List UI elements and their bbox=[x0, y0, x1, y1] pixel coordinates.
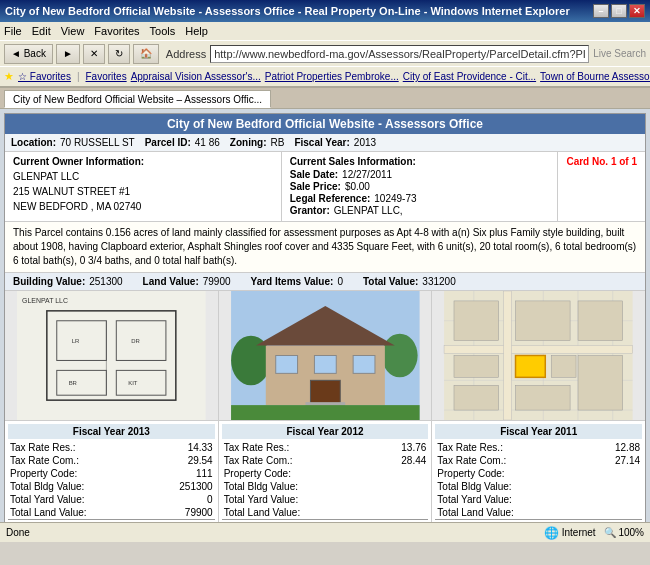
house-photo-cell bbox=[219, 291, 433, 420]
zoning-value: RB bbox=[271, 137, 285, 148]
total-value: 331200 bbox=[422, 276, 455, 287]
fiscal-year-value: 2013 bbox=[354, 137, 376, 148]
tax-2012-total-yard: Total Yard Value: bbox=[222, 493, 429, 506]
menu-file[interactable]: File bbox=[4, 25, 22, 37]
window-title: City of New Bedford Official Website - A… bbox=[5, 5, 570, 17]
main-content: City of New Bedford Official Website - A… bbox=[0, 109, 650, 522]
menu-bar: File Edit View Favorites Tools Help bbox=[0, 22, 650, 40]
description: This Parcel contains 0.156 acres of land… bbox=[5, 222, 645, 273]
sale-price-value: $0.00 bbox=[345, 181, 370, 192]
svg-text:KIT: KIT bbox=[128, 380, 138, 386]
svg-rect-35 bbox=[444, 346, 633, 354]
building-value: 251300 bbox=[89, 276, 122, 287]
tax-2013-rate-res-value: 14.33 bbox=[188, 442, 213, 453]
tax-2012-total-yard-label: Total Yard Value: bbox=[224, 494, 299, 505]
tax-2012-rate-com-label: Tax Rate Com.: bbox=[224, 455, 293, 466]
tax-2012-total-bldg: Total Bldg Value: bbox=[222, 480, 429, 493]
tax-2011-rate-com-label: Tax Rate Com.: bbox=[437, 455, 506, 466]
svg-rect-20 bbox=[314, 356, 336, 374]
tax-2011-total-yard-label: Total Yard Value: bbox=[437, 494, 512, 505]
sale-price-row: Sale Price: $0.00 bbox=[290, 181, 550, 192]
svg-text:LR: LR bbox=[72, 338, 80, 344]
menu-edit[interactable]: Edit bbox=[32, 25, 51, 37]
stop-button[interactable]: ✕ bbox=[83, 44, 105, 64]
tax-2012-rate-res-value: 13.76 bbox=[401, 442, 426, 453]
svg-rect-39 bbox=[578, 301, 623, 341]
parcel-label: Parcel ID: bbox=[145, 137, 191, 148]
favorites-star-icon: ★ bbox=[4, 70, 14, 83]
yard-value: 0 bbox=[337, 276, 343, 287]
window-controls: – □ ✕ bbox=[593, 4, 645, 18]
sale-price-label: Sale Price: bbox=[290, 181, 341, 192]
fav-item-1[interactable]: Appraisal Vision Assessor's... bbox=[131, 71, 261, 82]
legal-ref-value: 10249-73 bbox=[374, 193, 416, 204]
yard-value-label: Yard Items Value: bbox=[251, 276, 334, 287]
tax-2011-prop-code: Property Code: bbox=[435, 467, 642, 480]
fav-item-3[interactable]: City of East Providence - Cit... bbox=[403, 71, 536, 82]
tax-2011-rate-res-value: 12.88 bbox=[615, 442, 640, 453]
location-value: 70 RUSSELL ST bbox=[60, 137, 135, 148]
tax-2011-total-bldg-label: Total Bldg Value: bbox=[437, 481, 511, 492]
tax-tables-row: Fiscal Year 2013 Tax Rate Res.: 14.33 Ta… bbox=[5, 421, 645, 522]
zoom-level: 🔍 100% bbox=[604, 527, 644, 538]
tax-2013-total-yard-value: 0 bbox=[207, 494, 213, 505]
address-input[interactable] bbox=[210, 45, 589, 63]
tax-2011-total-land-label: Total Land Value: bbox=[437, 507, 514, 518]
land-value-cell: Land Value: 79900 bbox=[143, 276, 231, 287]
building-value-label: Building Value: bbox=[13, 276, 85, 287]
tax-2012-total-value-label: Total Value: bbox=[224, 521, 279, 522]
forward-button[interactable]: ► bbox=[56, 44, 80, 64]
refresh-button[interactable]: ↻ bbox=[108, 44, 130, 64]
home-button[interactable]: 🏠 bbox=[133, 44, 159, 64]
minimize-button[interactable]: – bbox=[593, 4, 609, 18]
close-button[interactable]: ✕ bbox=[629, 4, 645, 18]
tax-2013-rate-com-value: 29.54 bbox=[188, 455, 213, 466]
fav-item-4[interactable]: Town of Bourne Assessor's... bbox=[540, 71, 650, 82]
tax-2012-rate-com: Tax Rate Com.: 28.44 bbox=[222, 454, 429, 467]
svg-rect-45 bbox=[578, 356, 623, 411]
tax-2011-rate-com-value: 27.14 bbox=[615, 455, 640, 466]
sales-box: Current Sales Information: Sale Date: 12… bbox=[282, 152, 559, 221]
svg-point-16 bbox=[382, 334, 418, 378]
tax-2013-total-land: Total Land Value: 79900 bbox=[8, 506, 215, 519]
fiscal-year-label: Fiscal Year: bbox=[294, 137, 349, 148]
building-value-cell: Building Value: 251300 bbox=[13, 276, 123, 287]
tax-2011-total-bldg: Total Bldg Value: bbox=[435, 480, 642, 493]
tax-2013-total-land-value: 79900 bbox=[185, 507, 213, 518]
tax-2011-rate-res-label: Tax Rate Res.: bbox=[437, 442, 503, 453]
images-row: LR DR BR KIT GLENPAT LLC bbox=[5, 291, 645, 421]
details-section: Current Owner Information: GLENPAT LLC 2… bbox=[5, 152, 645, 222]
maximize-button[interactable]: □ bbox=[611, 4, 627, 18]
tax-2012-total-land-label: Total Land Value: bbox=[224, 507, 301, 518]
legal-ref-label: Legal Reference: bbox=[290, 193, 371, 204]
sales-title: Current Sales Information: bbox=[290, 156, 550, 167]
menu-tools[interactable]: Tools bbox=[150, 25, 176, 37]
fav-item-0[interactable]: Favorites bbox=[86, 71, 127, 82]
tax-2013-total-value: Total Value: 331200 bbox=[8, 519, 215, 522]
favorites-button[interactable]: ☆ Favorites bbox=[18, 71, 71, 82]
svg-rect-19 bbox=[275, 356, 297, 374]
tax-2013-prop-code: Property Code: 111 bbox=[8, 467, 215, 480]
svg-rect-38 bbox=[516, 301, 571, 341]
tax-2013-header: Fiscal Year 2013 bbox=[8, 424, 215, 439]
menu-favorites[interactable]: Favorites bbox=[94, 25, 139, 37]
owner-box: Current Owner Information: GLENPAT LLC 2… bbox=[5, 152, 282, 221]
tab-0[interactable]: City of New Bedford Official Website – A… bbox=[4, 90, 271, 108]
sale-date-value: 12/27/2011 bbox=[342, 169, 392, 180]
menu-view[interactable]: View bbox=[61, 25, 85, 37]
fav-item-2[interactable]: Patriot Properties Pembroke... bbox=[265, 71, 399, 82]
tax-2012-prop-code-label: Property Code: bbox=[224, 468, 291, 479]
land-value: 79900 bbox=[203, 276, 231, 287]
zone-indicator: 🌐 Internet bbox=[544, 526, 596, 540]
menu-help[interactable]: Help bbox=[185, 25, 208, 37]
tax-2012-rate-res-label: Tax Rate Res.: bbox=[224, 442, 290, 453]
sale-date-label: Sale Date: bbox=[290, 169, 338, 180]
svg-rect-44 bbox=[516, 385, 571, 410]
tax-2011-total-yard: Total Yard Value: bbox=[435, 493, 642, 506]
tab-0-label: City of New Bedford Official Website – A… bbox=[13, 94, 262, 105]
grantor-row: Grantor: GLENPAT LLC, bbox=[290, 205, 550, 216]
tax-2013-total-bldg-value: 251300 bbox=[179, 481, 212, 492]
tax-2011-rate-com: Tax Rate Com.: 27.14 bbox=[435, 454, 642, 467]
tax-2011-prop-code-label: Property Code: bbox=[437, 468, 504, 479]
back-button[interactable]: ◄ Back bbox=[4, 44, 53, 64]
